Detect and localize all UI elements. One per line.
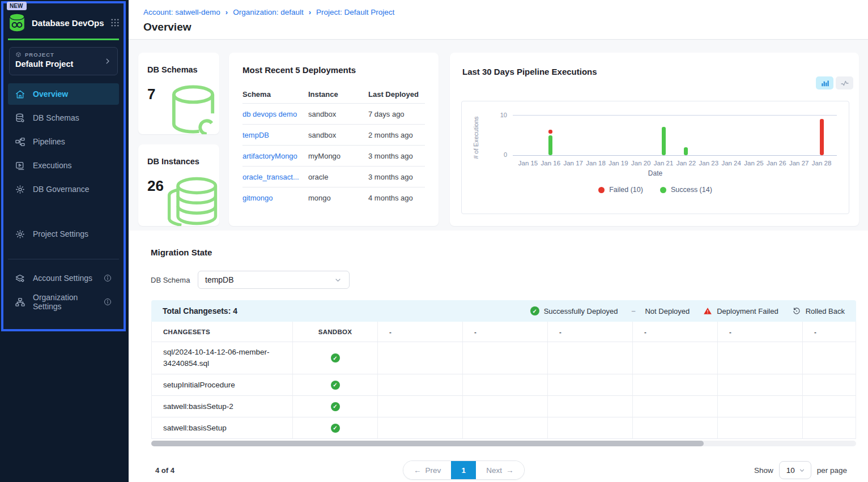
- instance-cell: sandbox: [308, 131, 368, 139]
- breadcrumb: Account: satwell-demo › Organization: de…: [143, 8, 394, 16]
- bar-chart-toggle-icon[interactable]: [816, 76, 833, 89]
- gear-icon: [15, 229, 25, 240]
- empty-cell: [548, 417, 633, 438]
- chart-view-toggle: [816, 76, 853, 89]
- legend-item: Failed (10): [598, 186, 643, 194]
- schema-link[interactable]: gitmongo: [242, 194, 308, 202]
- breadcrumb-separator: ›: [309, 8, 311, 16]
- changeset-row: setupInitialProcedure✓: [152, 374, 856, 396]
- failed-bar[interactable]: [820, 119, 824, 155]
- empty-cell: [378, 396, 463, 417]
- status-legend: ✓Successfully Deployed–Not DeployedDeplo…: [530, 306, 845, 315]
- instance-cell: oracle: [308, 173, 368, 181]
- line-chart-toggle-icon[interactable]: [836, 76, 853, 89]
- success-bar[interactable]: [548, 135, 552, 156]
- info-icon: [103, 297, 112, 306]
- legend-item: Success (14): [660, 186, 712, 194]
- check-circle-icon: ✓: [331, 381, 340, 390]
- apps-grid-icon[interactable]: [110, 18, 120, 28]
- brand-name: Database DevOps: [32, 18, 110, 28]
- breadcrumb-project[interactable]: Project: Default Project: [316, 8, 394, 16]
- status-legend-item: ✓Successfully Deployed: [530, 306, 618, 315]
- sandbox-status-cell: ✓: [293, 396, 378, 417]
- sidebar-panel: NEW Database DevOps: [1, 1, 126, 331]
- layers-icon: [15, 273, 25, 284]
- empty-cell: [803, 374, 856, 395]
- breadcrumb-separator: ›: [225, 8, 228, 16]
- schema-link[interactable]: artifactoryMongo: [242, 152, 308, 160]
- pagination: ← Prev 1 Next →: [403, 460, 525, 480]
- sidebar-item-db-governance[interactable]: DB Governance: [8, 178, 119, 200]
- project-cube-icon: [15, 52, 22, 58]
- sidebar-nav-bottom: Account SettingsOrganization Settings: [8, 267, 119, 315]
- stat-value: 26: [147, 177, 164, 195]
- sidebar-item-account-settings[interactable]: Account Settings: [8, 267, 119, 289]
- success-bar[interactable]: [684, 147, 688, 155]
- deployments-title: Most Recent 5 Deployments: [242, 65, 425, 75]
- sidebar-divider: [8, 259, 119, 259]
- legend-dot-icon: [598, 187, 605, 193]
- database-devops-logo-icon: [8, 12, 26, 33]
- status-legend-item: Deployment Failed: [703, 306, 778, 315]
- page-title: Overview: [143, 21, 192, 33]
- column-header: -: [633, 322, 718, 342]
- database-outline-icon: [163, 79, 219, 134]
- page-number-button[interactable]: 1: [451, 461, 476, 479]
- last-deployed-cell: 7 days ago: [368, 110, 425, 118]
- sidebar-nav-main: OverviewDB SchemasPipelinesExecutionsDB …: [8, 83, 119, 202]
- execution-icon: [15, 160, 25, 171]
- chevron-right-icon: [104, 57, 112, 65]
- sidebar-item-db-schemas[interactable]: DB Schemas: [8, 107, 119, 129]
- db-schema-selected-value: tempDB: [205, 275, 234, 284]
- per-page-label: per page: [817, 466, 847, 475]
- chevron-down-icon: [798, 467, 806, 474]
- column-header: Schema: [242, 90, 308, 99]
- sidebar-item-pipelines[interactable]: Pipelines: [8, 131, 119, 152]
- page-size-select[interactable]: 10: [779, 461, 811, 479]
- status-legend-item: –Not Deployed: [631, 306, 690, 315]
- column-header: -: [548, 322, 633, 342]
- sidebar-item-project-settings[interactable]: Project Settings: [8, 223, 119, 245]
- pipeline-executions-card: Last 30 Days Pipeline Executions # of Ex…: [450, 53, 859, 226]
- schema-link[interactable]: db devops demo: [242, 110, 308, 118]
- column-header: CHANGESETS: [152, 322, 293, 342]
- deployments-table: SchemaInstanceLast Deployeddb devops dem…: [242, 85, 425, 208]
- empty-cell: [548, 396, 633, 417]
- failed-bar[interactable]: [548, 130, 552, 134]
- empty-cell: [803, 396, 856, 417]
- arrow-left-icon: ←: [414, 466, 422, 475]
- gear-icon: [15, 184, 25, 195]
- row-count: 4 of 4: [155, 466, 175, 475]
- schema-link[interactable]: tempDB: [242, 131, 308, 139]
- breadcrumb-organization[interactable]: Organization: default: [233, 8, 304, 16]
- prev-label: Prev: [426, 466, 441, 475]
- sidebar-item-label: Project Settings: [33, 229, 88, 238]
- prev-page-button[interactable]: ← Prev: [403, 461, 451, 479]
- database-icon: [15, 113, 25, 123]
- sidebar-item-label: Pipelines: [33, 137, 65, 146]
- project-name: Default Project: [15, 59, 112, 69]
- column-header: Instance: [308, 90, 368, 99]
- breadcrumb-account[interactable]: Account: satwell-demo: [143, 8, 220, 16]
- sidebar-nav-project: Project Settings: [8, 223, 119, 247]
- sidebar-item-executions[interactable]: Executions: [8, 155, 119, 176]
- schema-link[interactable]: oracle_transact...: [242, 173, 308, 181]
- sidebar-item-organization-settings[interactable]: Organization Settings: [8, 291, 119, 313]
- warning-triangle-icon: [703, 306, 712, 315]
- empty-cell: [718, 374, 803, 395]
- empty-cell: [803, 342, 856, 374]
- recent-deployments-card: Most Recent 5 Deployments SchemaInstance…: [229, 53, 439, 226]
- empty-cell: [463, 342, 548, 374]
- success-bar[interactable]: [662, 127, 666, 155]
- column-header: Last Deployed: [368, 90, 425, 99]
- sidebar-item-overview[interactable]: Overview: [8, 83, 119, 105]
- instance-cell: mongo: [308, 194, 368, 202]
- changeset-name-cell: setupInitialProcedure: [152, 374, 293, 395]
- project-selector[interactable]: PROJECT Default Project: [9, 47, 118, 75]
- db-instances-card: DB Instances 26: [138, 144, 219, 226]
- db-schema-select[interactable]: tempDB: [198, 271, 350, 289]
- info-icon: [103, 274, 112, 283]
- empty-cell: [633, 417, 718, 438]
- next-page-button[interactable]: Next →: [476, 461, 524, 479]
- horizontal-scrollbar-thumb[interactable]: [151, 441, 704, 446]
